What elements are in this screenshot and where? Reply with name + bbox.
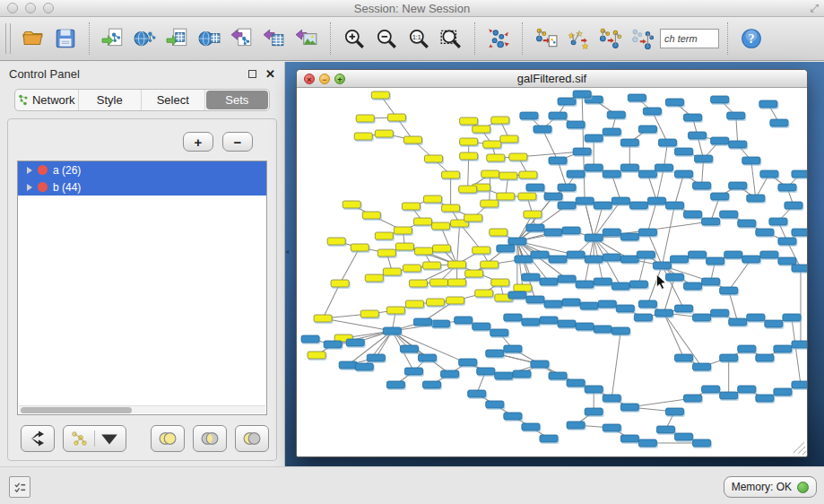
graph-node[interactable] [689,251,707,258]
resize-grip[interactable] [794,442,804,453]
graph-node[interactable] [603,395,620,402]
graph-node[interactable] [430,279,448,286]
graph-node[interactable] [520,112,538,119]
graph-node[interactable] [549,372,567,379]
graph-node[interactable] [448,261,466,268]
graph-node[interactable] [495,372,513,379]
graph-node[interactable] [356,115,374,122]
new-network-selected-nodes-button[interactable] [628,22,658,55]
graph-node[interactable] [702,218,720,225]
graph-node[interactable] [414,248,432,255]
graph-node[interactable] [629,202,647,209]
graph-node[interactable] [499,172,517,179]
graph-node[interactable] [522,274,540,281]
close-panel-icon[interactable]: ✕ [265,68,275,80]
graph-node[interactable] [665,408,683,415]
graph-node[interactable] [549,112,567,119]
graph-node[interactable] [544,193,562,200]
graph-node[interactable] [518,193,536,200]
graph-edge[interactable] [751,161,756,198]
graph-edge[interactable] [664,313,683,358]
graph-node[interactable] [674,170,692,178]
graph-node[interactable] [460,117,478,125]
graph-edge[interactable] [323,318,392,331]
graph-node[interactable] [433,245,451,252]
graph-node[interactable] [549,157,567,164]
graph-node[interactable] [360,310,378,317]
graph-edge[interactable] [792,317,801,385]
graph-edge[interactable] [611,331,620,398]
graph-node[interactable] [531,251,549,258]
graph-node[interactable] [500,135,518,143]
graph-node[interactable] [769,218,787,225]
graph-node[interactable] [343,201,360,208]
export-image-button[interactable] [291,22,322,55]
graph-node[interactable] [742,256,760,263]
graph-node[interactable] [423,196,441,203]
graph-node[interactable] [515,256,533,263]
graph-node[interactable] [447,297,464,304]
graph-node[interactable] [403,265,421,272]
graph-node[interactable] [558,202,576,209]
add-set-button[interactable]: + [183,132,213,152]
graph-node[interactable] [558,275,576,282]
graph-node[interactable] [386,381,404,388]
new-network-from-selection-button[interactable] [531,22,561,55]
graph-node[interactable] [760,170,778,178]
graph-node[interactable] [487,154,505,161]
graph-node[interactable] [540,435,558,442]
graph-node[interactable] [720,211,738,218]
graph-node[interactable] [616,305,634,312]
graph-node[interactable] [362,212,380,219]
graph-node[interactable] [693,439,711,447]
graph-node[interactable] [792,170,807,178]
graph-node[interactable] [526,224,544,231]
graph-node[interactable] [634,314,652,321]
graph-node[interactable] [549,256,567,263]
zoom-in-button[interactable] [339,22,369,55]
graph-node[interactable] [603,424,620,431]
graph-node[interactable] [603,128,620,135]
graph-node[interactable] [695,155,713,162]
graph-node[interactable] [567,379,585,387]
graph-node[interactable] [620,256,638,263]
graph-node[interactable] [409,280,427,287]
set-row-a[interactable]: a (26) [18,161,266,178]
graph-edge[interactable] [582,94,585,201]
graph-node[interactable] [504,345,522,352]
graph-node[interactable] [674,354,692,361]
graph-node[interactable] [770,119,788,126]
graph-node[interactable] [702,278,720,285]
horizontal-scrollbar[interactable] [19,405,265,413]
network-window-titlebar[interactable]: × − + galFiltered.sif [297,70,807,88]
open-session-button[interactable] [18,22,48,55]
graph-node[interactable] [620,435,638,442]
graph-node[interactable] [759,100,777,108]
graph-node[interactable] [674,433,692,440]
graph-node[interactable] [647,197,665,204]
graph-node[interactable] [491,279,509,286]
new-network-selected-all-edges-button[interactable] [595,22,626,55]
graph-node[interactable] [526,296,544,303]
tab-style[interactable]: Style [79,90,143,110]
graph-node[interactable] [504,314,522,321]
graph-node[interactable] [711,137,729,144]
graph-node[interactable] [756,229,774,236]
graph-node[interactable] [585,408,603,415]
graph-node[interactable] [711,309,729,317]
graph-node[interactable] [459,359,477,366]
graph-node[interactable] [684,282,702,290]
graph-node[interactable] [400,345,418,352]
graph-node[interactable] [783,314,801,321]
graph-node[interactable] [427,299,445,306]
maximize-network-button[interactable]: + [334,74,345,84]
graph-node[interactable] [486,350,504,357]
graph-node[interactable] [778,257,796,265]
tab-select[interactable]: Select [142,90,205,110]
graph-node[interactable] [459,186,477,193]
graph-node[interactable] [477,368,495,375]
split-set-button[interactable] [21,425,55,452]
graph-node[interactable] [585,234,603,241]
export-table-button[interactable] [259,22,290,55]
graph-node[interactable] [490,229,507,236]
